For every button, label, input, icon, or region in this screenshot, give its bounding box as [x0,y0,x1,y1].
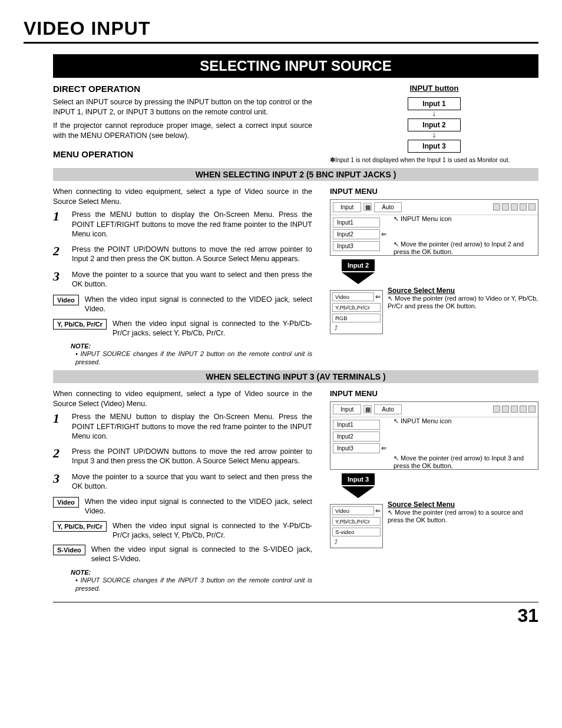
section-banner: SELECTING INPUT SOURCE [53,54,538,78]
menu-icon: ▦ [363,203,372,211]
option-ypbcb: Y, Pb/Cb, Pr/Cr [53,521,107,532]
note-label: NOTE: [71,569,312,576]
red-arrow-icon: ⇐ [380,444,386,452]
input-3-box: Input 3 [408,140,461,153]
red-arrow-icon: ⇐ [374,507,381,515]
menu-item-input3: Input3 [333,443,380,453]
step-number: 3 [53,472,64,485]
red-arrow-icon: ⇐ [380,230,386,238]
source-item-video: Video [332,506,374,515]
sec3-step1: Press the MENU button to display the On-… [72,412,312,441]
sec2-step2: Press the POINT UP/DOWN buttons to move … [72,245,312,264]
menu-header-auto: Auto [374,404,402,414]
source-select-annotation: ↖ Move the pointer (red arrow) to a sour… [388,509,538,523]
big-arrow-down-icon [342,272,375,284]
menu-item-input2: Input2 [333,431,380,442]
toolbar-icon [520,406,527,413]
step-number: 1 [53,412,64,425]
toolbar-icon [528,406,535,413]
input-menu-icon-label: ↖ INPUT Menu icon [394,215,538,223]
menu-header-input: Input [333,404,361,414]
source-item-ypbcb: Y,Pb/Cb,Pr/Cr [332,303,381,312]
source-select-panel: Video⇐ Y,Pb/Cb,Pr/Cr S-video ⤴ [330,504,383,548]
source-close-icon: ⤴ [332,324,381,332]
option-svideo: S-Video [53,545,85,555]
option-video-text: When the video input signal is connected… [85,497,312,516]
menu-icon: ▦ [363,405,372,413]
source-item-rgb: RGB [332,314,381,322]
option-video: Video [53,295,79,305]
input-menu-icon-label: ↖ INPUT Menu icon [394,417,538,425]
red-arrow-icon: ⇐ [374,293,381,301]
source-item-video: Video [332,292,374,301]
toolbar-icon [493,203,500,210]
sec3-step3: Move the pointer to a source that you wa… [72,472,312,492]
input-menu-annotation: ↖ Move the pointer (red arrow) to Input … [394,241,524,255]
source-select-title: Source Select Menu [388,286,538,295]
input-menu-annotation: ↖ Move the pointer (red arrow) to Input … [394,454,524,469]
sec2-step1: Press the MENU button to display the On-… [72,210,312,239]
option-video: Video [53,497,79,508]
arrow-label-input3: Input 3 [342,473,375,485]
input-button-title: INPUT button [330,84,538,93]
sec2-step3: Move the pointer to a source that you wa… [72,270,312,289]
input-menu-panel: Input ▦ Auto Input1 Input2 I [330,401,538,470]
option-svideo-text: When the video input signal is connected… [91,545,312,564]
big-arrow-down-icon [342,486,375,498]
arrow-label-input2: Input 2 [342,259,375,271]
menu-operation-heading: MENU OPERATION [53,149,312,159]
step-number: 2 [53,245,64,258]
toolbar-icon [493,406,500,413]
source-close-icon: ⤴ [332,538,381,546]
sec3-step2: Press the POINT UP/DOWN buttons to move … [72,447,312,466]
page-title: VIDEO INPUT [24,18,538,44]
toolbar-icon [511,406,518,413]
toolbar-icon [511,203,518,210]
input-menu-title: INPUT MENU [330,187,538,196]
input-button-diagram: Input 1 ↓ Input 2 ↓ Input 3 [330,97,538,153]
step-number: 1 [53,210,64,223]
menu-header-input: Input [333,202,361,212]
menu-item-input3: Input3 [333,241,380,251]
menu-item-input1: Input1 [333,218,380,228]
note-label: NOTE: [71,342,312,350]
option-ypbcb-text: When the video input signal is connected… [113,521,312,541]
arrow-down-icon: ↓ [432,131,437,140]
source-item-svideo: S-video [332,528,381,536]
sec3-intro: When connecting to video equipment, sele… [53,389,312,409]
source-item-ypbcb: Y,Pb/Cb,Pr/Cr [332,517,381,526]
direct-p1: Select an INPUT source by pressing the I… [53,97,312,117]
option-ypbcb-text: When the video input signal is connected… [113,319,312,338]
step-number: 2 [53,447,64,460]
input-menu-title: INPUT MENU [330,389,538,398]
input3-bar: WHEN SELECTING INPUT 3 (AV TERMINALS ) [53,370,538,383]
step-number: 3 [53,270,64,283]
arrow-down-icon: ↓ [432,110,437,118]
input-menu-panel: Input ▦ Auto Input1 Input2⇐ [330,199,538,256]
toolbar-icon [502,203,509,210]
menu-header-auto: Auto [374,202,402,212]
toolbar-icon [502,406,509,413]
page-number: 31 [53,602,538,627]
source-select-title: Source Select Menu [388,500,538,509]
option-ypbcb: Y, Pb/Cb, Pr/Cr [53,319,107,330]
sec3-note: • INPUT SOURCE changes if the INPUT 3 bu… [71,576,312,593]
direct-operation-heading: DIRECT OPERATION [53,84,312,94]
sec2-intro: When connecting to video equipment, sele… [53,187,312,207]
source-select-annotation: ↖ Move the pointer (red arrow) to Video … [388,295,538,309]
sec2-note: • INPUT SOURCE changes if the INPUT 2 bu… [71,350,312,367]
input2-bar: WHEN SELECTING INPUT 2 (5 BNC INPUT JACK… [53,168,538,181]
toolbar-icon [520,203,527,210]
toolbar-icon [528,203,535,210]
option-video-text: When the video input signal is connected… [85,295,312,314]
menu-item-input1: Input1 [333,420,380,430]
input-button-note: ✽Input 1 is not displayed when the Input… [330,156,538,164]
menu-item-input2: Input2 [333,229,380,239]
direct-p2: If the projector cannot reproduce proper… [53,121,312,141]
source-select-panel: Video⇐ Y,Pb/Cb,Pr/Cr RGB ⤴ [330,290,383,334]
